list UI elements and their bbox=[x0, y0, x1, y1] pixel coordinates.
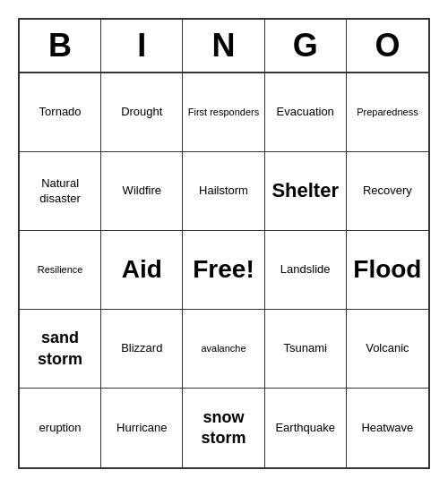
bingo-letter: I bbox=[101, 20, 183, 72]
bingo-cell: avalanche bbox=[183, 310, 264, 389]
bingo-letter: O bbox=[347, 20, 428, 72]
bingo-cell: Drought bbox=[101, 73, 183, 152]
bingo-card: BINGO TornadoDroughtFirst respondersEvac… bbox=[18, 18, 430, 469]
bingo-letter: G bbox=[265, 20, 347, 72]
bingo-cell: Evacuation bbox=[265, 73, 347, 152]
bingo-cell: Preparedness bbox=[347, 73, 428, 152]
bingo-cell: Hurricane bbox=[101, 389, 183, 467]
bingo-cell: Volcanic bbox=[347, 310, 428, 389]
bingo-cell: snow storm bbox=[183, 389, 264, 467]
bingo-cell: Landslide bbox=[265, 231, 347, 310]
bingo-cell: Resilience bbox=[20, 231, 101, 310]
bingo-cell: eruption bbox=[20, 389, 101, 467]
bingo-cell: First responders bbox=[183, 73, 264, 152]
bingo-cell: Aid bbox=[101, 231, 183, 310]
bingo-cell: Earthquake bbox=[265, 389, 347, 467]
bingo-cell: Tornado bbox=[20, 73, 101, 152]
bingo-cell: Free! bbox=[183, 231, 264, 310]
bingo-cell: Tsunami bbox=[265, 310, 347, 389]
bingo-cell: Heatwave bbox=[347, 389, 428, 467]
bingo-cell: Recovery bbox=[347, 152, 428, 231]
bingo-letter: N bbox=[183, 20, 264, 72]
bingo-cell: Hailstorm bbox=[183, 152, 264, 231]
bingo-cell: Natural disaster bbox=[20, 152, 101, 231]
bingo-cell: Flood bbox=[347, 231, 428, 310]
bingo-header: BINGO bbox=[20, 20, 428, 73]
bingo-cell: Shelter bbox=[265, 152, 347, 231]
bingo-letter: B bbox=[20, 20, 101, 72]
bingo-cell: Wildfire bbox=[101, 152, 183, 231]
bingo-cell: sand storm bbox=[20, 310, 101, 389]
bingo-cell: Blizzard bbox=[101, 310, 183, 389]
bingo-grid: TornadoDroughtFirst respondersEvacuation… bbox=[20, 73, 428, 467]
